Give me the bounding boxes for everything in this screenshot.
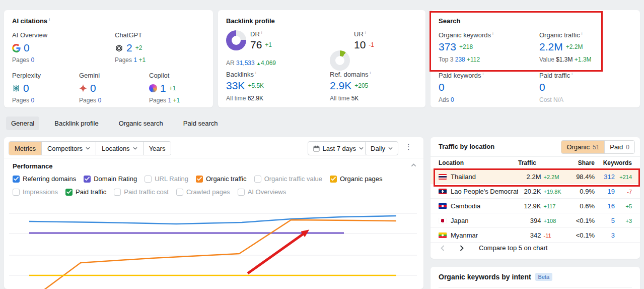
ai-item-pages: Pages 0 <box>79 97 101 104</box>
checkbox-checked-icon[interactable] <box>330 176 337 183</box>
col-location[interactable]: Location <box>439 159 518 166</box>
intent-divider <box>439 287 632 287</box>
ur-delta: -1 <box>369 41 374 48</box>
traffic-table-body: Thailand2.2M+2.2M98.4%312+214Lao People'… <box>431 169 640 243</box>
ai-citation-item: Copilot1+1Pages 1 +1 <box>149 72 180 104</box>
metric-checkbox-label: Organic pages <box>340 175 383 183</box>
traffic-by-location-card: Traffic by location Organic 51 Paid 0 Lo… <box>431 137 640 259</box>
check-icon <box>66 190 71 194</box>
col-traffic[interactable]: Traffic <box>518 159 568 166</box>
segment-locations[interactable]: Locations <box>96 142 144 155</box>
keywords-count[interactable]: 5 <box>611 217 615 224</box>
tab-backlink-profile[interactable]: Backlink profile <box>49 117 103 130</box>
ai-item-label: AI Overview <box>12 31 47 39</box>
keywords-count[interactable]: 3 <box>611 232 615 239</box>
ai-citation-item: AI Overview0Pages 0 <box>12 31 47 64</box>
checkbox-unchecked-icon[interactable] <box>145 176 152 183</box>
flag-laos <box>439 189 447 194</box>
checkbox-checked-icon[interactable] <box>13 176 20 183</box>
metric-checkbox-ai-overviews[interactable]: AI Overviews <box>238 188 287 196</box>
toggle-paid[interactable]: Paid 0 <box>604 141 634 153</box>
cell-location: Japan <box>439 217 518 224</box>
backlinks-value[interactable]: 33K <box>226 80 245 92</box>
more-options-kebab-icon[interactable]: ⋮ <box>403 140 414 153</box>
ar-delta: 4,069 <box>261 60 276 67</box>
col-keywords[interactable]: Keywords <box>595 159 632 166</box>
cell-traffic: 20.2K+19.8K <box>518 188 568 195</box>
keywords-count[interactable]: 19 <box>608 188 615 195</box>
table-row-lao[interactable]: Lao People's Democratic Reput20.2K+19.8K… <box>431 184 640 199</box>
table-row-japan[interactable]: Japan394+108<0.1%5+3 <box>431 213 640 228</box>
segment-competitors[interactable]: Competitors <box>42 142 96 155</box>
cell-location: Lao People's Democratic Reput <box>439 188 518 195</box>
cell-traffic: 394+108 <box>518 217 568 224</box>
chatgpt-icon <box>115 44 123 52</box>
dr-delta: +1 <box>265 41 272 48</box>
performance-card: MetricsCompetitorsLocationsYears Last 7 … <box>4 137 423 289</box>
table-row-cambodia[interactable]: Cambodia12.9K+1170.6%16+5 <box>431 199 640 213</box>
cell-share: 0.6% <box>568 202 595 210</box>
table-row-thailand[interactable]: Thailand2.2M+2.2M98.4%312+214 <box>431 169 640 184</box>
ai-item-value-row: 2+2 <box>115 42 146 54</box>
dr-donut-chart <box>226 30 246 50</box>
segment-metrics[interactable]: Metrics <box>9 142 42 155</box>
compare-top5-link[interactable]: Compare top 5 on chart <box>479 244 548 252</box>
ai-item-label: Gemini <box>79 72 101 79</box>
col-share[interactable]: Share <box>568 159 595 166</box>
ai-item-pages: Pages 0 <box>12 56 47 64</box>
keywords-by-intent-card: Organic keywords by intent Beta <box>431 267 640 289</box>
keywords-count[interactable]: 16 <box>608 202 615 210</box>
metric-checkbox-label: Paid traffic cost <box>124 188 169 196</box>
metric-checkbox-paid-traffic[interactable]: Paid traffic <box>65 188 106 196</box>
check-icon <box>85 177 90 181</box>
check-icon <box>197 177 202 181</box>
check-icon <box>331 177 336 181</box>
search-metric-value-row: 373+218 <box>439 41 493 53</box>
google-icon <box>12 44 21 52</box>
metric-checkbox-organic-pages[interactable]: Organic pages <box>330 175 383 183</box>
cell-keywords: 16+5 <box>595 202 632 210</box>
metric-checkbox-url-rating[interactable]: URL Rating <box>145 175 188 183</box>
metric-checkbox-label: Organic traffic <box>206 175 247 183</box>
search-card: Search Organic keywords373+218Top 3 238 … <box>431 10 640 107</box>
metric-checkbox-domain-rating[interactable]: Domain Rating <box>84 175 137 183</box>
checkbox-unchecked-icon[interactable] <box>254 176 261 183</box>
segment-years[interactable]: Years <box>144 142 171 155</box>
pager-next-icon[interactable] <box>460 245 464 251</box>
keywords-count[interactable]: 312 <box>604 173 615 181</box>
checkbox-unchecked-icon[interactable] <box>176 189 183 196</box>
checkbox-unchecked-icon[interactable] <box>114 189 121 196</box>
pager-prev-icon[interactable] <box>441 245 445 251</box>
search-metric-subrow: Ads 0 <box>439 96 483 103</box>
checkbox-checked-icon[interactable] <box>196 176 203 183</box>
traffic-table-header: Location Traffic Share Keywords <box>431 159 640 166</box>
filter-segments: MetricsCompetitorsLocationsYears <box>9 141 171 155</box>
tab-general[interactable]: General <box>6 117 39 130</box>
ref-domains-value[interactable]: 2.9K <box>330 80 351 92</box>
ref-domains-delta: +205 <box>354 82 368 89</box>
ai-item-value: 0 <box>90 82 96 94</box>
metric-checkbox-organic-traffic-value[interactable]: Organic traffic value <box>254 175 322 183</box>
metric-checkbox-label: Impressions <box>23 188 58 196</box>
table-row-myanmar[interactable]: Myanmar342-11<0.1%3 <box>431 228 640 243</box>
tab-organic-search[interactable]: Organic search <box>114 117 168 130</box>
metric-checkbox-organic-traffic[interactable]: Organic traffic <box>196 175 247 183</box>
tab-paid-search[interactable]: Paid search <box>178 117 223 130</box>
beta-badge: Beta <box>535 273 553 281</box>
checkbox-checked-icon[interactable] <box>84 176 91 183</box>
checkbox-unchecked-icon[interactable] <box>13 189 20 196</box>
metric-checkbox-paid-traffic-cost[interactable]: Paid traffic cost <box>114 188 169 196</box>
checkbox-checked-icon[interactable] <box>65 189 73 196</box>
chevron-down-icon <box>133 147 137 150</box>
metric-checkbox-referring-domains[interactable]: Referring domains <box>13 175 76 183</box>
ar-value[interactable]: 31,533 <box>236 60 255 67</box>
date-range-button[interactable]: Last 7 days <box>308 141 370 155</box>
toggle-organic[interactable]: Organic 51 <box>561 141 604 153</box>
metric-checkbox-impressions[interactable]: Impressions <box>13 188 58 196</box>
search-metric-value-row: 2.2M+2.2M <box>539 41 592 53</box>
checkbox-unchecked-icon[interactable] <box>238 189 245 196</box>
metric-checkbox-crawled-pages[interactable]: Crawled pages <box>176 188 230 196</box>
collapse-chevron-icon[interactable] <box>411 163 416 167</box>
ai-item-value-row: 1+1 <box>149 82 180 94</box>
granularity-button[interactable]: Daily <box>365 141 398 155</box>
